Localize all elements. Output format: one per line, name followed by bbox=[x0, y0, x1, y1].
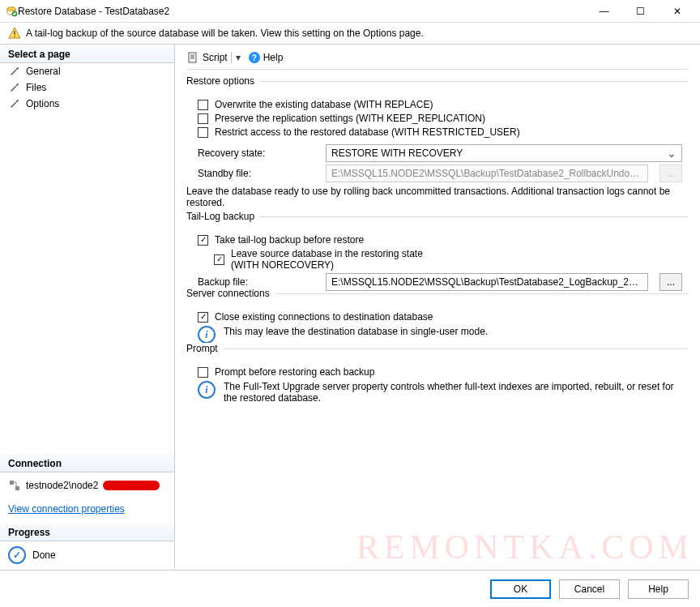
script-dropdown[interactable]: ▾ bbox=[231, 52, 241, 63]
sidebar: Select a page General Files Options Conn… bbox=[0, 45, 175, 569]
info-bar: A tail-log backup of the source database… bbox=[0, 23, 700, 45]
sidebar-item-files[interactable]: Files bbox=[0, 79, 174, 96]
close-connections-label: Close existing connections to destinatio… bbox=[215, 311, 433, 323]
svg-rect-6 bbox=[189, 53, 196, 62]
sidebar-item-options[interactable]: Options bbox=[0, 96, 174, 112]
script-button[interactable]: Script ▾ bbox=[186, 51, 241, 64]
svg-rect-4 bbox=[10, 481, 14, 485]
prompt-title: Prompt bbox=[186, 343, 223, 354]
progress-status: Done bbox=[32, 549, 56, 561]
cancel-button[interactable]: Cancel bbox=[559, 579, 620, 599]
connection-value: testnode2\node2 bbox=[26, 480, 98, 491]
leave-restoring-label: Leave source database in the restoring s… bbox=[231, 248, 423, 271]
restrict-label: Restrict access to the restored database… bbox=[215, 126, 520, 138]
ok-button[interactable]: OK bbox=[490, 579, 551, 599]
prompt-info: The Full-Text Upgrade server property co… bbox=[224, 381, 689, 404]
help-label: Help bbox=[263, 52, 284, 63]
main-panel: Script ▾ ? Help Restore options Overwrit… bbox=[175, 45, 700, 569]
server-connections-group: Server connections Close existing connec… bbox=[186, 293, 689, 344]
help-icon: ? bbox=[249, 52, 260, 63]
info-icon: i bbox=[198, 381, 216, 399]
overwrite-label: Overwrite the existing database (WITH RE… bbox=[215, 99, 433, 110]
restrict-checkbox[interactable] bbox=[198, 127, 208, 138]
app-icon bbox=[5, 5, 18, 18]
svg-rect-3 bbox=[14, 36, 15, 37]
server-icon bbox=[8, 479, 21, 492]
script-icon bbox=[186, 51, 199, 64]
connection-header: Connection bbox=[0, 454, 174, 472]
footer: OK Cancel Help bbox=[0, 570, 700, 607]
maximize-button[interactable]: ☐ bbox=[622, 0, 659, 23]
prompt-checkbox[interactable] bbox=[198, 367, 208, 378]
window-title: Restore Database - TestDatabase2 bbox=[18, 6, 586, 17]
backup-file-label: Backup file: bbox=[198, 276, 319, 288]
prompt-group: Prompt Prompt before restoring each back… bbox=[186, 348, 689, 404]
take-taillog-label: Take tail-log backup before restore bbox=[215, 234, 364, 246]
help-button[interactable]: ? Help bbox=[249, 52, 284, 63]
preserve-label: Preserve the replication settings (WITH … bbox=[215, 113, 485, 124]
standby-file-label: Standby file: bbox=[198, 168, 319, 179]
close-button[interactable]: ✕ bbox=[659, 0, 695, 23]
wrench-icon bbox=[8, 97, 21, 110]
standby-file-input: E:\MSSQL15.NODE2\MSSQL\Backup\TestDataba… bbox=[326, 165, 648, 182]
select-page-header: Select a page bbox=[0, 45, 174, 63]
recovery-state-label: Recovery state: bbox=[198, 147, 319, 159]
redacted-mark bbox=[103, 481, 160, 490]
svg-point-0 bbox=[7, 6, 15, 10]
leave-restoring-checkbox[interactable] bbox=[214, 254, 224, 265]
recovery-description: Leave the database ready to use by rolli… bbox=[186, 186, 689, 208]
sidebar-item-general[interactable]: General bbox=[0, 63, 174, 79]
backup-file-input[interactable]: E:\MSSQL15.NODE2\MSSQL\Backup\TestDataba… bbox=[326, 273, 648, 291]
recovery-state-select[interactable]: RESTORE WITH RECOVERY bbox=[326, 144, 682, 162]
info-icon: i bbox=[198, 326, 216, 344]
restore-options-title: Restore options bbox=[186, 75, 259, 87]
toolbar: Script ▾ ? Help bbox=[186, 51, 689, 70]
help-footer-button[interactable]: Help bbox=[628, 579, 689, 599]
minimize-button[interactable]: — bbox=[586, 0, 622, 23]
progress-header: Progress bbox=[0, 523, 174, 541]
close-connections-checkbox[interactable] bbox=[198, 312, 208, 323]
sidebar-item-label: Options bbox=[26, 98, 59, 109]
take-taillog-checkbox[interactable] bbox=[198, 235, 208, 246]
svg-rect-2 bbox=[14, 31, 15, 35]
server-connections-title: Server connections bbox=[186, 288, 275, 299]
info-text: A tail-log backup of the source database… bbox=[26, 28, 424, 39]
sidebar-item-label: General bbox=[26, 66, 61, 77]
prompt-label: Prompt before restoring each backup bbox=[215, 366, 374, 378]
wrench-icon bbox=[8, 81, 21, 94]
sidebar-item-label: Files bbox=[26, 82, 46, 93]
tail-log-group: Tail-Log backup Take tail-log backup bef… bbox=[186, 216, 689, 291]
wrench-icon bbox=[8, 65, 21, 78]
view-connection-properties-link[interactable]: View connection properties bbox=[8, 503, 166, 515]
warning-icon bbox=[8, 27, 21, 40]
preserve-checkbox[interactable] bbox=[198, 113, 208, 124]
backup-browse-button[interactable]: ... bbox=[659, 273, 682, 291]
server-connections-info: This may leave the destination database … bbox=[224, 326, 488, 337]
script-label: Script bbox=[203, 52, 228, 63]
done-icon: ✓ bbox=[8, 546, 26, 564]
titlebar: Restore Database - TestDatabase2 — ☐ ✕ bbox=[0, 0, 700, 23]
tail-log-title: Tail-Log backup bbox=[186, 211, 259, 222]
standby-browse-button: ... bbox=[659, 165, 682, 182]
restore-options-group: Restore options Overwrite the existing d… bbox=[186, 81, 689, 208]
overwrite-checkbox[interactable] bbox=[198, 100, 208, 110]
